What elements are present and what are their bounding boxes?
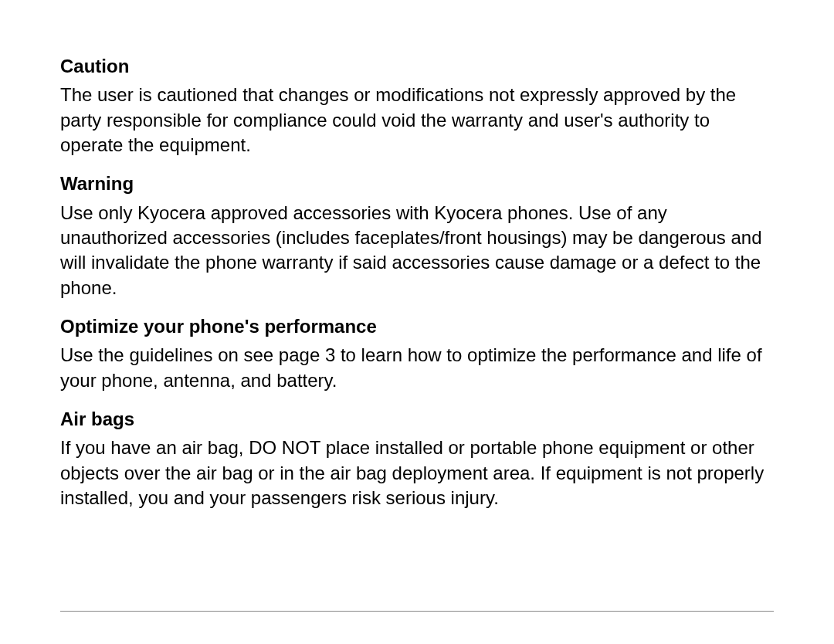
heading-warning: Warning — [60, 171, 774, 195]
body-optimize: Use the guidelines on see page 3 to lear… — [60, 343, 774, 393]
footer-divider — [60, 611, 774, 612]
section-caution: Caution The user is cautioned that chang… — [60, 54, 774, 158]
heading-optimize: Optimize your phone's performance — [60, 314, 774, 338]
body-caution: The user is cautioned that changes or mo… — [60, 83, 774, 158]
body-warning: Use only Kyocera approved accessories wi… — [60, 201, 774, 301]
document-content: Caution The user is cautioned that chang… — [60, 54, 774, 510]
heading-caution: Caution — [60, 54, 774, 78]
section-airbags: Air bags If you have an air bag, DO NOT … — [60, 407, 774, 510]
section-warning: Warning Use only Kyocera approved access… — [60, 171, 774, 300]
heading-airbags: Air bags — [60, 407, 774, 431]
body-airbags: If you have an air bag, DO NOT place ins… — [60, 436, 774, 510]
section-optimize: Optimize your phone's performance Use th… — [60, 314, 774, 393]
